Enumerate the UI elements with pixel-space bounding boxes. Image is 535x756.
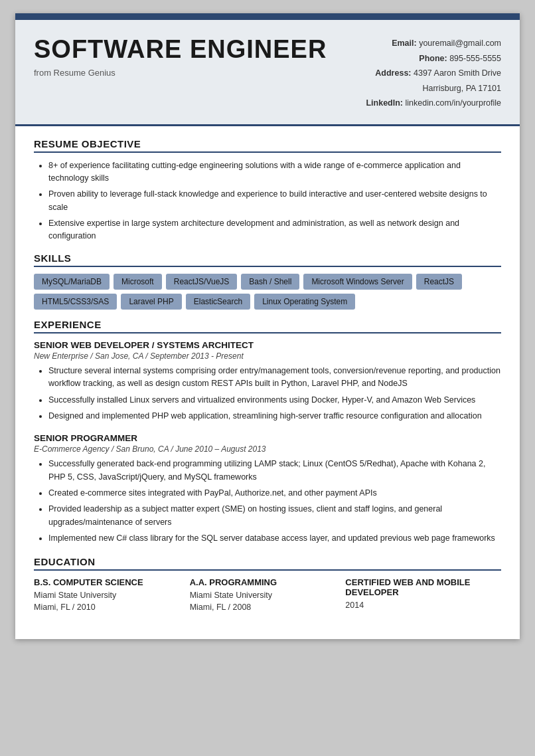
edu-degree-3: CERTIFIED WEB AND MOBILE DEVELOPER <box>345 577 501 597</box>
skill-tag: ReactJS/VueJS <box>166 274 238 290</box>
objective-section: RESUME OBJECTIVE 8+ of experience facili… <box>34 138 501 243</box>
resume-document: SOFTWARE ENGINEER from Resume Genius Ema… <box>15 13 520 639</box>
header-left: SOFTWARE ENGINEER from Resume Genius <box>34 36 327 78</box>
skill-tag: Linux Operating System <box>254 294 355 310</box>
skills-grid: MySQL/MariaDB Microsoft ReactJS/VueJS Ba… <box>34 274 501 310</box>
header-subtitle: from Resume Genius <box>34 68 327 78</box>
list-item: Successfully installed Linux servers and… <box>48 394 501 407</box>
skill-tag: Bash / Shell <box>241 274 299 290</box>
list-item: 8+ of experience facilitating cutting-ed… <box>48 159 501 185</box>
skill-tag: ElasticSearch <box>186 294 250 310</box>
header-section: SOFTWARE ENGINEER from Resume Genius Ema… <box>15 20 520 124</box>
objective-title: RESUME OBJECTIVE <box>34 138 501 153</box>
address-label: Address: <box>375 68 411 78</box>
list-item: Created e-commerce sites integrated with… <box>48 487 501 500</box>
address-line: Address: 4397 Aaron Smith Drive Harrisbu… <box>342 66 501 96</box>
email-line: Email: youremail@gmail.com <box>342 36 501 51</box>
phone-value: 895-555-5555 <box>449 54 501 63</box>
edu-col-3: CERTIFIED WEB AND MOBILE DEVELOPER 2014 <box>345 577 501 614</box>
address-value2: Harrisburg, PA 17101 <box>422 84 501 93</box>
top-bar <box>15 13 520 20</box>
education-section: EDUCATION B.S. COMPUTER SCIENCE Miami St… <box>34 556 501 614</box>
job-title: SOFTWARE ENGINEER <box>34 36 327 64</box>
phone-label: Phone: <box>419 54 447 63</box>
linkedin-line: LinkedIn: linkedin.com/in/yourprofile <box>342 96 501 111</box>
skill-tag: Microsoft <box>114 274 162 290</box>
list-item: Implemented new C# class library for the… <box>48 532 501 545</box>
list-item: Proven ability to leverage full-stack kn… <box>48 188 501 214</box>
objective-bullets: 8+ of experience facilitating cutting-ed… <box>34 159 501 243</box>
skill-tag: ReactJS <box>416 274 462 290</box>
list-item: Successfully generated back-end programm… <box>48 458 501 484</box>
linkedin-label: LinkedIn: <box>366 98 403 108</box>
edu-school-2: Miami State University Miami, FL / 2008 <box>190 589 346 614</box>
edu-school-1: Miami State University Miami, FL / 2010 <box>34 589 190 614</box>
email-value: youremail@gmail.com <box>419 39 501 48</box>
contact-info: Email: youremail@gmail.com Phone: 895-55… <box>342 36 501 111</box>
skill-tag: MySQL/MariaDB <box>34 274 110 290</box>
phone-line: Phone: 895-555-5555 <box>342 51 501 66</box>
education-grid: B.S. COMPUTER SCIENCE Miami State Univer… <box>34 577 501 614</box>
linkedin-value: linkedin.com/in/yourprofile <box>405 98 501 108</box>
skill-tag: Microsoft Windows Server <box>303 274 412 290</box>
job-2-meta: E-Commerce Agency / San Bruno, CA / June… <box>34 444 501 454</box>
edu-degree-2: A.A. PROGRAMMING <box>190 577 346 587</box>
list-item: Designed and implemented PHP web applica… <box>48 410 501 423</box>
edu-col-1: B.S. COMPUTER SCIENCE Miami State Univer… <box>34 577 190 614</box>
skill-tag: HTML5/CSS3/SAS <box>34 294 117 310</box>
body-content: RESUME OBJECTIVE 8+ of experience facili… <box>15 126 520 640</box>
email-label: Email: <box>392 39 417 48</box>
address-value1: 4397 Aaron Smith Drive <box>414 68 501 78</box>
list-item: Structure several internal systems compr… <box>48 365 501 391</box>
job-1-meta: New Enterprise / San Jose, CA / Septembe… <box>34 351 501 361</box>
skills-section: SKILLS MySQL/MariaDB Microsoft ReactJS/V… <box>34 252 501 310</box>
job-2: SENIOR PROGRAMMER E-Commerce Agency / Sa… <box>34 433 501 545</box>
job-1-bullets: Structure several internal systems compr… <box>34 365 501 423</box>
job-1: SENIOR WEB DEVELOPER / SYSTEMS ARCHITECT… <box>34 340 501 423</box>
edu-degree-1: B.S. COMPUTER SCIENCE <box>34 577 190 587</box>
education-title: EDUCATION <box>34 556 501 571</box>
job-1-title: SENIOR WEB DEVELOPER / SYSTEMS ARCHITECT <box>34 340 501 350</box>
skill-tag: Laravel PHP <box>121 294 181 310</box>
experience-section: EXPERIENCE SENIOR WEB DEVELOPER / SYSTEM… <box>34 319 501 545</box>
experience-title: EXPERIENCE <box>34 319 501 333</box>
job-2-bullets: Successfully generated back-end programm… <box>34 458 501 545</box>
skills-title: SKILLS <box>34 252 501 267</box>
list-item: Provided leadership as a subject matter … <box>48 503 501 529</box>
job-2-title: SENIOR PROGRAMMER <box>34 433 501 443</box>
edu-school-3: 2014 <box>345 599 501 612</box>
edu-col-2: A.A. PROGRAMMING Miami State University … <box>190 577 346 614</box>
list-item: Extensive expertise in large system arch… <box>48 217 501 243</box>
